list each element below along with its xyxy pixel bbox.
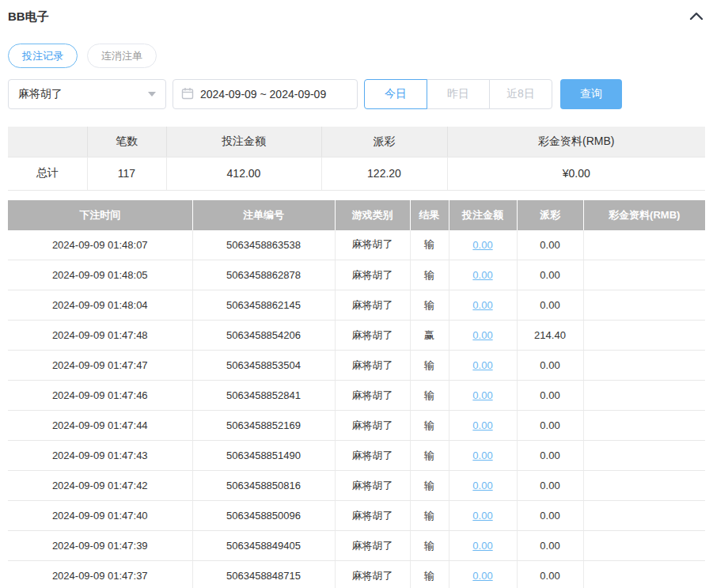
cell-order-no: 5063458863538 xyxy=(192,230,335,260)
bet-amount-link[interactable]: 0.00 xyxy=(472,329,492,341)
cell-bet-time: 2024-09-09 01:48:04 xyxy=(8,290,192,321)
tab-label: 投注记录 xyxy=(22,49,63,63)
cell-payout: 0.00 xyxy=(517,441,583,471)
table-row: 2024-09-09 01:47:405063458850096麻将胡了输0.0… xyxy=(8,501,705,531)
cell-bet-amount: 0.00 xyxy=(449,471,517,501)
bet-amount-link[interactable]: 0.00 xyxy=(472,269,492,281)
game-type-select[interactable]: 麻将胡了 xyxy=(8,79,166,109)
bet-amount-link[interactable]: 0.00 xyxy=(472,389,492,401)
collapse-button[interactable] xyxy=(688,8,705,25)
summary-header-row: 笔数 投注金额 派彩 彩金资料(RMB) xyxy=(8,127,705,157)
cell-jackpot xyxy=(583,351,705,381)
cell-jackpot xyxy=(583,321,705,351)
summary-total-count: 117 xyxy=(87,157,166,190)
cell-order-no: 5063458853504 xyxy=(192,351,335,381)
cell-bet-time: 2024-09-09 01:47:43 xyxy=(8,441,192,471)
cell-bet-time: 2024-09-09 01:47:37 xyxy=(8,561,192,588)
cell-game-type: 麻将胡了 xyxy=(335,321,410,351)
table-row: 2024-09-09 01:47:395063458849405麻将胡了输0.0… xyxy=(8,531,705,561)
bet-amount-link[interactable]: 0.00 xyxy=(472,239,492,251)
cell-jackpot xyxy=(583,230,705,260)
cell-order-no: 5063458854206 xyxy=(192,321,335,351)
cell-bet-amount: 0.00 xyxy=(449,260,517,290)
last8days-button[interactable]: 近8日 xyxy=(489,79,552,109)
cell-game-type: 麻将胡了 xyxy=(335,441,410,471)
cell-bet-amount: 0.00 xyxy=(449,351,517,381)
cell-jackpot xyxy=(583,531,705,561)
cell-bet-amount: 0.00 xyxy=(449,381,517,411)
bet-amount-link[interactable]: 0.00 xyxy=(472,540,492,552)
cell-bet-time: 2024-09-09 01:47:39 xyxy=(8,531,192,561)
bet-amount-link[interactable]: 0.00 xyxy=(472,299,492,311)
cell-bet-amount: 0.00 xyxy=(449,321,517,351)
bet-amount-link[interactable]: 0.00 xyxy=(472,450,492,461)
cell-game-type: 麻将胡了 xyxy=(335,230,410,260)
summary-table: 笔数 投注金额 派彩 彩金资料(RMB) 总计 117 412.00 122.2… xyxy=(8,127,705,191)
cell-order-no: 5063458848715 xyxy=(192,561,335,588)
page-title: BB电子 xyxy=(8,9,49,25)
cell-bet-amount: 0.00 xyxy=(449,561,517,588)
bet-amount-link[interactable]: 0.00 xyxy=(472,570,492,582)
cell-result: 输 xyxy=(410,351,449,381)
cell-order-no: 5063458862145 xyxy=(192,290,335,321)
cell-jackpot xyxy=(583,441,705,471)
cell-game-type: 麻将胡了 xyxy=(335,531,410,561)
cell-game-type: 麻将胡了 xyxy=(335,501,410,531)
tab-bet-records[interactable]: 投注记录 xyxy=(8,44,78,68)
cell-payout: 0.00 xyxy=(517,471,583,501)
chevron-up-icon xyxy=(689,11,704,23)
cell-game-type: 麻将胡了 xyxy=(335,471,410,501)
search-button[interactable]: 查询 xyxy=(560,79,622,109)
selected-game: 麻将胡了 xyxy=(18,87,148,101)
cell-bet-time: 2024-09-09 01:47:40 xyxy=(8,501,192,531)
cell-payout: 0.00 xyxy=(517,561,583,588)
cell-bet-amount: 0.00 xyxy=(449,290,517,321)
table-row: 2024-09-09 01:47:485063458854206麻将胡了赢0.0… xyxy=(8,321,705,351)
cell-result: 输 xyxy=(410,230,449,260)
cell-bet-time: 2024-09-09 01:47:42 xyxy=(8,471,192,501)
tab-cancelled-orders[interactable]: 连消注单 xyxy=(87,44,157,68)
bet-amount-link[interactable]: 0.00 xyxy=(472,480,492,491)
cell-payout: 0.00 xyxy=(517,290,583,321)
cell-jackpot xyxy=(583,501,705,531)
bet-records-panel: BB电子 投注记录 连消注单 麻将胡了 2024-09-09 ~ 2024-09… xyxy=(0,0,713,588)
cell-result: 赢 xyxy=(410,321,449,351)
header-payout: 派彩 xyxy=(517,200,583,230)
header-game-type: 游戏类别 xyxy=(335,200,410,230)
cell-game-type: 麻将胡了 xyxy=(335,260,410,290)
date-range-picker[interactable]: 2024-09-09 ~ 2024-09-09 xyxy=(173,79,358,109)
cell-game-type: 麻将胡了 xyxy=(335,381,410,411)
table-row: 2024-09-09 01:47:435063458851490麻将胡了输0.0… xyxy=(8,441,705,471)
calendar-icon xyxy=(181,87,194,102)
cell-bet-time: 2024-09-09 01:48:05 xyxy=(8,260,192,290)
table-row: 2024-09-09 01:47:425063458850816麻将胡了输0.0… xyxy=(8,471,705,501)
cell-payout: 0.00 xyxy=(517,411,583,441)
header-order-no: 注单编号 xyxy=(192,200,335,230)
bet-amount-link[interactable]: 0.00 xyxy=(472,419,492,431)
date-range-value: 2024-09-09 ~ 2024-09-09 xyxy=(200,88,326,101)
summary-total-jackpot: ¥0.00 xyxy=(447,157,705,190)
cell-order-no: 5063458849405 xyxy=(192,531,335,561)
table-row: 2024-09-09 01:47:445063458852169麻将胡了输0.0… xyxy=(8,411,705,441)
summary-header-bet-amount: 投注金额 xyxy=(166,127,321,157)
cell-payout: 0.00 xyxy=(517,351,583,381)
cell-bet-amount: 0.00 xyxy=(449,501,517,531)
cell-payout: 0.00 xyxy=(517,381,583,411)
cell-jackpot xyxy=(583,381,705,411)
panel-header: BB电子 xyxy=(8,6,705,27)
cell-result: 输 xyxy=(410,260,449,290)
cell-result: 输 xyxy=(410,501,449,531)
summary-header-jackpot: 彩金资料(RMB) xyxy=(447,127,705,157)
cell-result: 输 xyxy=(410,531,449,561)
cell-order-no: 5063458850096 xyxy=(192,501,335,531)
bet-amount-link[interactable]: 0.00 xyxy=(472,359,492,371)
today-button[interactable]: 今日 xyxy=(364,79,427,109)
cell-order-no: 5063458852841 xyxy=(192,381,335,411)
table-row: 2024-09-09 01:47:465063458852841麻将胡了输0.0… xyxy=(8,381,705,411)
header-bet-time: 下注时间 xyxy=(8,200,192,230)
bet-amount-link[interactable]: 0.00 xyxy=(472,510,492,522)
cell-payout: 0.00 xyxy=(517,501,583,531)
yesterday-button[interactable]: 昨日 xyxy=(427,79,490,109)
cell-order-no: 5063458852169 xyxy=(192,411,335,441)
records-tbody: 2024-09-09 01:48:075063458863538麻将胡了输0.0… xyxy=(8,230,705,588)
